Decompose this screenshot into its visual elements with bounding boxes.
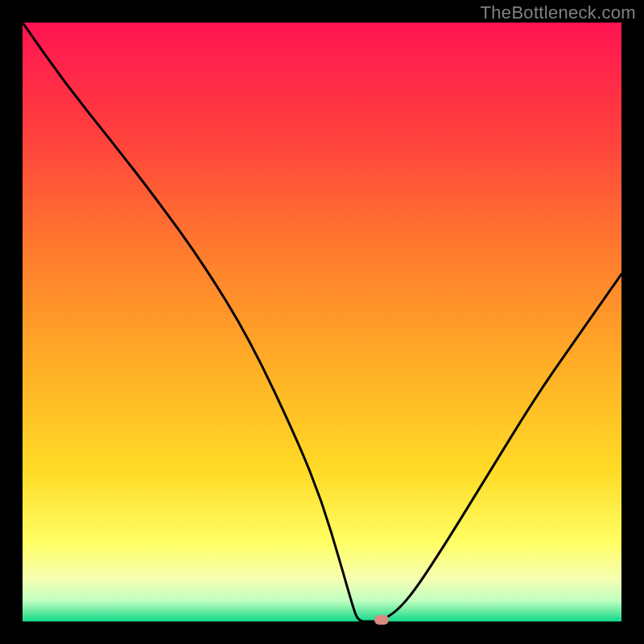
watermark-text: TheBottleneck.com xyxy=(481,2,636,23)
optimal-marker xyxy=(374,615,389,625)
chart-frame: TheBottleneck.com xyxy=(0,0,644,644)
curve-layer xyxy=(23,23,621,621)
plot-area xyxy=(23,23,621,621)
bottleneck-curve xyxy=(23,23,621,621)
